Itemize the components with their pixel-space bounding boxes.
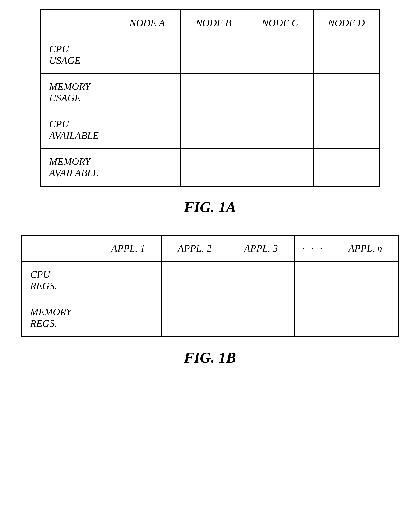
row-label-memory-regs: MEMORY REGS.	[22, 299, 95, 337]
cell-cpu-regs-appl1	[95, 261, 162, 299]
cell-memory-regs-dots	[294, 299, 332, 337]
table-row: MEMORY REGS.	[22, 299, 399, 337]
cell-cpu-usage-node-c	[247, 36, 313, 74]
table1-header-node-b: NODE B	[180, 10, 247, 36]
table2-header-empty	[22, 236, 95, 262]
figure-1b-caption: FIG. 1B	[184, 349, 236, 366]
cell-memory-usage-node-a	[114, 74, 180, 111]
cell-cpu-regs-appln	[332, 261, 399, 299]
row-label-memory-available: MEMORY AVAILABLE	[41, 149, 114, 186]
cell-cpu-regs-dots	[294, 261, 332, 299]
figure-1a-caption: FIG. 1A	[184, 198, 236, 216]
cell-cpu-regs-appl3	[228, 261, 294, 299]
table2-header-appl1: APPL. 1	[95, 236, 162, 262]
cell-memory-regs-appln	[332, 299, 399, 337]
cell-cpu-usage-node-d	[313, 36, 380, 74]
cell-memory-available-node-c	[247, 149, 313, 186]
figure-1a-section: NODE A NODE B NODE C NODE D CPU USAGE ME…	[14, 9, 406, 216]
table-row: CPU USAGE	[41, 36, 380, 74]
figure-1b-section: APPL. 1 APPL. 2 APPL. 3 · · · APPL. n CP…	[14, 235, 406, 366]
row-label-cpu-usage: CPU USAGE	[41, 36, 114, 74]
table2-header-appl3: APPL. 3	[228, 236, 294, 262]
cell-cpu-available-node-a	[114, 111, 180, 149]
row-label-cpu-regs: CPU REGS.	[22, 261, 95, 299]
cell-memory-usage-node-d	[313, 74, 380, 111]
cell-memory-regs-appl1	[95, 299, 162, 337]
app-resource-table: APPL. 1 APPL. 2 APPL. 3 · · · APPL. n CP…	[21, 235, 399, 337]
table-row: MEMORY USAGE	[41, 74, 380, 111]
row-label-cpu-available: CPU AVAILABLE	[41, 111, 114, 149]
cell-memory-available-node-d	[313, 149, 380, 186]
table1-header-node-c: NODE C	[247, 10, 313, 36]
table1-header-empty	[41, 10, 114, 36]
cell-cpu-usage-node-b	[180, 36, 247, 74]
table-row: CPU AVAILABLE	[41, 111, 380, 149]
cell-memory-regs-appl2	[162, 299, 228, 337]
cell-cpu-regs-appl2	[162, 261, 228, 299]
cell-memory-available-node-b	[180, 149, 247, 186]
table-row: CPU REGS.	[22, 261, 399, 299]
cell-memory-available-node-a	[114, 149, 180, 186]
cell-memory-usage-node-b	[180, 74, 247, 111]
cell-memory-usage-node-c	[247, 74, 313, 111]
node-resource-table: NODE A NODE B NODE C NODE D CPU USAGE ME…	[40, 9, 380, 187]
table1-header-node-d: NODE D	[313, 10, 380, 36]
table2-header-appl2: APPL. 2	[162, 236, 228, 262]
cell-cpu-usage-node-a	[114, 36, 180, 74]
cell-cpu-available-node-c	[247, 111, 313, 149]
table2-header-dots: · · ·	[294, 236, 332, 262]
cell-memory-regs-appl3	[228, 299, 294, 337]
table-row: MEMORY AVAILABLE	[41, 149, 380, 186]
row-label-memory-usage: MEMORY USAGE	[41, 74, 114, 111]
table2-header-appln: APPL. n	[332, 236, 399, 262]
cell-cpu-available-node-b	[180, 111, 247, 149]
cell-cpu-available-node-d	[313, 111, 380, 149]
table1-header-node-a: NODE A	[114, 10, 180, 36]
